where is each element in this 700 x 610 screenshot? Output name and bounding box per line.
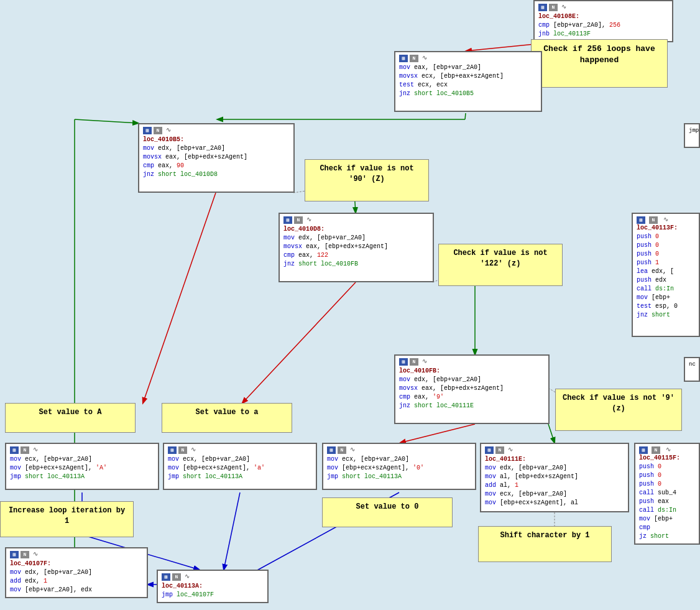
n-icon-1: N <box>549 4 558 11</box>
rp-9: test esp, 0 <box>637 302 695 311</box>
wave-icon-10: ∿ <box>664 446 673 454</box>
seta-3: jmp short loc_40113A <box>10 473 154 481</box>
code-icon-1: ▦ <box>538 4 547 11</box>
setla-3: jmp short loc_40113A <box>168 473 312 481</box>
wave-icon-1: ∿ <box>560 4 568 11</box>
d8-1: mov edx, [ebp+var_2A0] <box>283 234 429 243</box>
code-icon-7: ▦ <box>168 446 177 454</box>
set-value-0-node: Set value to 0 <box>322 497 453 527</box>
cloop-2: movsx ecx, [ebp+eax+szAgent] <box>399 72 537 81</box>
i1-3: mov [ebp+var_2A0], edx <box>10 586 143 594</box>
code-line-1: cmp [ebp+var_2A0], 256 <box>538 21 668 30</box>
code-title-bar-9: ▦ N ∿ <box>485 446 624 454</box>
fb-2: movsx eax, [ebp+edx+szAgent] <box>399 384 545 393</box>
rp-7: call ds:In <box>637 285 695 293</box>
n-icon-rp: N <box>649 216 658 224</box>
right-partial-box: ▦ N ∿ loc_40113F: push 0 push 0 push 0 p… <box>632 213 700 337</box>
rp-5: lea edx, [ <box>637 267 695 276</box>
svg-line-9 <box>242 282 356 403</box>
code-icon-2: ▦ <box>399 55 408 62</box>
code-title-bar-2: ▦ N ∿ <box>399 55 537 62</box>
code-title-bar-3: ▦ N ∿ <box>143 127 290 134</box>
loc-4010d8-box: ▦ N ∿ loc_4010D8: mov edx, [ebp+var_2A0]… <box>279 213 434 282</box>
wave-icon-3: ∿ <box>164 127 173 134</box>
check-loop-code-box: ▦ N ∿ mov eax, [ebp+var_2A0] movsx ecx, … <box>394 51 542 112</box>
rp-1: push 0 <box>637 233 695 241</box>
n-icon-9: N <box>495 446 504 454</box>
code-icon-8: ▦ <box>327 446 336 454</box>
f3: push 0 <box>639 480 695 489</box>
top-right-code-box: ▦ N ∿ loc_40108E: cmp [ebp+var_2A0], 256… <box>533 0 673 42</box>
loc-40113a-box: ▦ N ∿ loc_40113A: jmp loc_40107F <box>157 570 269 603</box>
code-title-bar-rp: ▦ N ∿ <box>637 216 695 224</box>
seta-1: mov ecx, [ebp+var_2A0] <box>10 455 154 464</box>
check-256-label: Check if 256 loops have happened <box>543 44 655 65</box>
wave-icon-11: ∿ <box>31 551 40 558</box>
n-icon-8: N <box>338 446 346 454</box>
n-icon-11: N <box>21 551 29 558</box>
loc-40113a-label: loc_40113A: <box>162 582 264 591</box>
loc-4010fb-label: loc_4010FB: <box>399 367 545 376</box>
d8-2: movsx eax, [ebp+edx+szAgent] <box>283 243 429 251</box>
check-not-z-label: Check if value is not '90' (Z) <box>320 164 413 183</box>
loc-40115f-label: loc_40115F: <box>639 454 695 463</box>
code-icon-10: ▦ <box>639 446 648 454</box>
wave-icon-4: ∿ <box>305 216 313 224</box>
e1-3: add al, 1 <box>485 481 624 490</box>
wave-icon-6: ∿ <box>31 446 40 454</box>
svg-line-8 <box>143 193 216 403</box>
fb-4: jnz short loc_40111E <box>399 402 545 410</box>
increase-loop-label: Increase loop iteration by 1 <box>9 506 125 525</box>
j1-1: jmp loc_40107F <box>162 591 264 599</box>
setla-1: mov ecx, [ebp+var_2A0] <box>168 455 312 464</box>
f6: call ds:In <box>639 506 695 515</box>
set-value-lowa-node: Set value to a <box>162 403 292 433</box>
code-icon-4: ▦ <box>283 216 292 224</box>
b5-4: jnz short loc_4010D8 <box>143 170 290 179</box>
n-icon-6: N <box>21 446 29 454</box>
set-value-lowa-label: Set value to a <box>196 408 259 417</box>
set0-1: mov ecx, [ebp+var_2A0] <box>327 455 471 464</box>
rp-label: loc_40113F: <box>637 224 695 233</box>
code-title-bar-12: ▦ N ∿ <box>162 573 264 581</box>
set-value-a-node: Set value to A <box>5 403 136 433</box>
code-title-bar-10: ▦ N ∿ <box>639 446 695 454</box>
partial-2-label: nc <box>689 361 695 369</box>
f4: call sub_4 <box>639 489 695 497</box>
loc-40107f-label: loc_40107F: <box>10 560 143 568</box>
wave-icon-9: ∿ <box>506 446 515 454</box>
shift-char-node: Shift character by 1 <box>478 526 612 562</box>
f7: mov [ebp+ <box>639 515 695 524</box>
f8: cmp <box>639 524 695 532</box>
e1-2: mov al, [ebp+edx+szAgent] <box>485 473 624 481</box>
b5-1: mov edx, [ebp+var_2A0] <box>143 144 290 153</box>
code-title-bar-6: ▦ N ∿ <box>10 446 154 454</box>
svg-line-10 <box>400 424 475 443</box>
svg-line-1 <box>465 113 466 119</box>
loc-4010d8-label: loc_4010D8: <box>283 225 429 234</box>
code-icon-3: ▦ <box>143 127 152 134</box>
shift-char-label: Shift character by 1 <box>500 531 589 540</box>
cloop-4: jnz short loc_4010B5 <box>399 90 537 98</box>
loc-40111e-label: loc_40111E: <box>485 455 624 464</box>
check-not-z-node: Check if value is not '90' (Z) <box>305 159 429 201</box>
code-title-bar-8: ▦ N ∿ <box>327 446 471 454</box>
e1-5: mov [ebp+ecx+szAgent], al <box>485 499 624 507</box>
top-right-partial: jmp <box>684 123 700 148</box>
loc-4010b5-box: ▦ N ∿ loc_4010B5: mov edx, [ebp+var_2A0]… <box>138 123 295 193</box>
svg-line-11 <box>548 424 555 443</box>
code-icon-6: ▦ <box>10 446 19 454</box>
check-not-9-label: Check if value is not '9' (z) <box>563 394 675 413</box>
b5-3: cmp eax, 90 <box>143 162 290 170</box>
code-label: loc_40108E: <box>538 12 668 21</box>
d8-3: cmp eax, 122 <box>283 251 429 260</box>
cloop-1: mov eax, [ebp+var_2A0] <box>399 63 537 72</box>
n-icon-3: N <box>154 127 162 134</box>
check-not-9-node: Check if value is not '9' (z) <box>555 389 682 431</box>
loc-4010fb-box: ▦ N ∿ loc_4010FB: mov edx, [ebp+var_2A0]… <box>394 354 550 424</box>
e1-1: mov edx, [ebp+var_2A0] <box>485 464 624 473</box>
set-value-a-label: Set value to A <box>39 408 102 417</box>
partial-label: jmp <box>689 127 695 135</box>
fb-3: cmp eax, '9' <box>399 393 545 402</box>
f9: jz short <box>639 532 695 541</box>
